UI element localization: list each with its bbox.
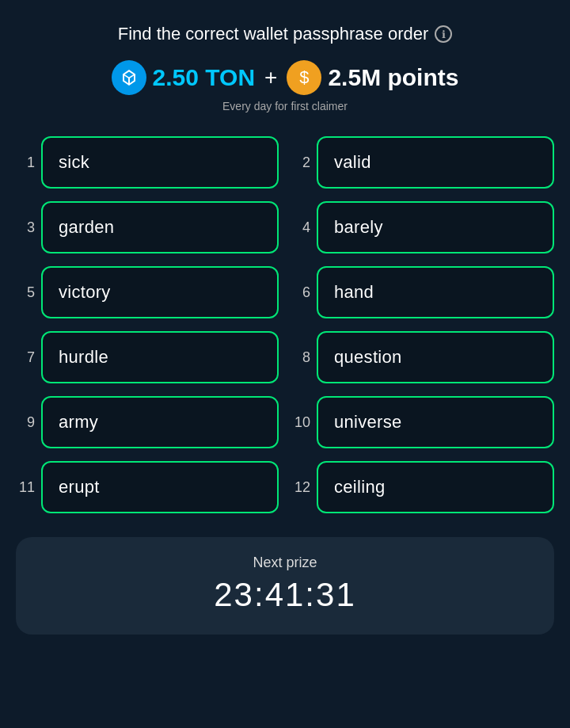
- word-box-11[interactable]: erupt: [41, 461, 279, 513]
- ton-logo-icon: [112, 60, 146, 95]
- word-box-10[interactable]: universe: [317, 396, 554, 448]
- info-icon[interactable]: ℹ: [435, 25, 452, 43]
- word-number-1: 1: [16, 154, 41, 171]
- word-cell-10: 10universe: [291, 396, 554, 448]
- next-prize-container: Next prize 23:41:31: [16, 537, 554, 635]
- word-cell-8: 8question: [291, 331, 554, 383]
- word-box-9[interactable]: army: [41, 396, 279, 448]
- word-text-5: victory: [59, 282, 111, 302]
- word-text-8: question: [334, 347, 402, 367]
- word-box-7[interactable]: hurdle: [41, 331, 279, 383]
- word-cell-3: 3garden: [16, 201, 279, 253]
- ton-amount: 2.50 TON: [153, 64, 256, 91]
- word-text-7: hurdle: [59, 347, 108, 367]
- word-number-2: 2: [291, 154, 317, 171]
- word-cell-4: 4barely: [291, 201, 554, 253]
- words-grid: 1sick2valid3garden4barely5victory6hand7h…: [16, 136, 554, 513]
- word-box-12[interactable]: ceiling: [317, 461, 554, 513]
- plus-sign: +: [264, 65, 277, 90]
- word-box-4[interactable]: barely: [317, 201, 554, 253]
- next-prize-timer: 23:41:31: [32, 576, 538, 614]
- word-cell-11: 11erupt: [16, 461, 279, 513]
- word-number-11: 11: [16, 479, 41, 496]
- word-box-6[interactable]: hand: [317, 266, 554, 318]
- word-number-9: 9: [16, 414, 41, 431]
- word-text-2: valid: [334, 152, 371, 172]
- points-amount: 2.5M points: [328, 64, 458, 91]
- word-text-10: universe: [334, 412, 402, 432]
- word-cell-6: 6hand: [291, 266, 554, 318]
- word-box-5[interactable]: victory: [41, 266, 279, 318]
- word-text-4: barely: [334, 217, 383, 237]
- word-text-3: garden: [59, 217, 114, 237]
- word-number-10: 10: [291, 414, 317, 431]
- word-number-6: 6: [291, 284, 317, 301]
- reward-subtitle: Every day for first claimer: [222, 100, 348, 112]
- word-box-2[interactable]: valid: [317, 136, 554, 189]
- points-reward: $ 2.5M points: [287, 60, 458, 95]
- word-cell-7: 7hurdle: [16, 331, 279, 383]
- ton-reward: 2.50 TON: [112, 60, 256, 95]
- word-box-3[interactable]: garden: [41, 201, 279, 253]
- word-number-5: 5: [16, 284, 41, 301]
- coin-icon: $: [287, 60, 321, 95]
- word-text-6: hand: [334, 282, 374, 302]
- word-number-4: 4: [291, 219, 317, 236]
- word-cell-12: 12ceiling: [291, 461, 554, 513]
- word-text-1: sick: [59, 152, 89, 172]
- word-cell-2: 2valid: [291, 136, 554, 189]
- word-number-7: 7: [16, 349, 41, 366]
- word-number-3: 3: [16, 219, 41, 236]
- word-text-11: erupt: [59, 477, 100, 497]
- word-box-1[interactable]: sick: [41, 136, 279, 189]
- next-prize-label: Next prize: [32, 555, 538, 571]
- header-title: Find the correct wallet passphrase order…: [118, 24, 453, 44]
- word-cell-5: 5victory: [16, 266, 279, 318]
- word-number-12: 12: [291, 479, 317, 496]
- word-number-8: 8: [291, 349, 317, 366]
- word-cell-9: 9army: [16, 396, 279, 448]
- title-text: Find the correct wallet passphrase order: [118, 24, 429, 44]
- word-cell-1: 1sick: [16, 136, 279, 189]
- word-box-8[interactable]: question: [317, 331, 554, 383]
- word-text-9: army: [59, 412, 98, 432]
- word-text-12: ceiling: [334, 477, 385, 497]
